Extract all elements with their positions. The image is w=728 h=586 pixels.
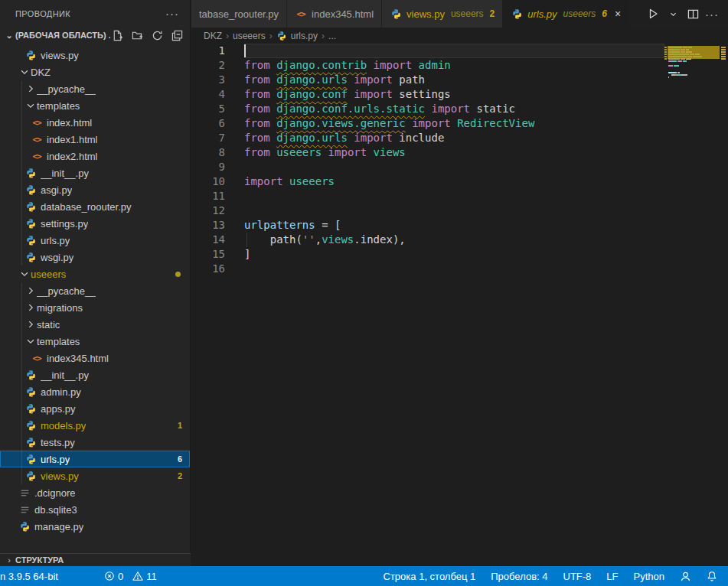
status-problems[interactable]: 011 (104, 571, 157, 582)
explorer-more-actions-icon[interactable]: ··· (165, 7, 179, 20)
tab-tabase_roouter.py[interactable]: tabase_roouter.py (191, 0, 287, 28)
tab-label: urls.py (527, 8, 557, 20)
minimap-warning-band (668, 46, 720, 59)
code-line: urlpatterns = [ (244, 218, 664, 233)
tree-item-tests.py[interactable]: tests.py (0, 434, 190, 451)
tree-item-label: useeers (31, 269, 66, 280)
overview-ruler[interactable] (720, 44, 728, 566)
code-line: path('',views.index), (244, 233, 664, 247)
tree-item-manage.py[interactable]: manage.py (0, 518, 190, 535)
code-line (244, 44, 664, 58)
tree-item-label: index345.html (47, 353, 109, 364)
tree-item-views.py[interactable]: views.py2 (0, 467, 190, 484)
run-button[interactable] (645, 7, 661, 21)
python-icon (24, 167, 37, 179)
status-text: Строка 1, столбец 1 (384, 571, 476, 582)
close-icon[interactable]: × (615, 8, 621, 19)
tree-item-label: wsgi.py (41, 252, 73, 263)
status-cursor-position[interactable]: Строка 1, столбец 1 (384, 571, 476, 582)
tree-item-static[interactable]: static (0, 316, 190, 333)
tree-item-label: index2.html (47, 151, 97, 162)
minimap-line (668, 65, 679, 67)
breadcrumb-item[interactable]: useeers (233, 31, 266, 41)
status-python-interpreter[interactable]: n 3.9.5 64-bit (0, 571, 58, 582)
status-text: UTF-8 (563, 571, 592, 582)
collapse-all-icon[interactable] (170, 28, 184, 42)
tree-item-__init__.py[interactable]: __init__.py (0, 366, 190, 383)
run-dropdown-icon[interactable] (665, 7, 681, 21)
status-feedback[interactable] (680, 571, 691, 582)
tree-item-index2.html[interactable]: <>index2.html (0, 148, 190, 164)
tree-item-index345.html[interactable]: <>index345.html (0, 350, 190, 366)
editor-actions: ··· (645, 0, 728, 28)
tree-item-.dcignore[interactable]: .dcignore (0, 484, 190, 501)
tree-item-settings.py[interactable]: settings.py (0, 215, 190, 232)
refresh-icon[interactable] (150, 28, 164, 42)
tree-item-useeers[interactable]: useeers (0, 265, 190, 282)
tree-item-views.py[interactable]: views.py (0, 47, 190, 63)
status-encoding[interactable]: UTF-8 (563, 571, 592, 582)
breadcrumb[interactable]: DKZ›useeers›urls.py›... (191, 28, 728, 44)
explorer-sidebar: ПРОВОДНИК ··· ⌄ (РАБОЧАЯ ОБЛАСТЬ) ... vi… (0, 0, 191, 566)
tab-urls.py[interactable]: urls.pyuseeers6× (503, 0, 629, 28)
tree-item-urls.py[interactable]: urls.py (0, 232, 190, 249)
tree-item-__pycache__[interactable]: __pycache__ (0, 80, 190, 97)
tree-item-label: views.py (41, 50, 79, 61)
problem-count-badge: 6 (178, 454, 182, 464)
status-notifications[interactable] (707, 571, 717, 581)
tree-item-label: urls.py (41, 235, 70, 246)
code-line: from django.conf import settings (244, 87, 664, 102)
python-icon (24, 436, 37, 448)
tree-item-urls.py[interactable]: urls.py6 (0, 451, 190, 467)
status-indentation[interactable]: Пробелов: 4 (491, 571, 547, 582)
tree-item-DKZ[interactable]: DKZ (0, 63, 190, 80)
split-editor-button[interactable] (685, 7, 700, 21)
python-icon (24, 251, 37, 263)
tree-item-index1.html[interactable]: <>index1.html (0, 131, 190, 148)
code-line: from django.urls import path (244, 73, 664, 87)
new-folder-icon[interactable] (130, 28, 144, 42)
python-icon (24, 470, 37, 482)
minimap[interactable] (664, 44, 720, 227)
code-line (244, 189, 664, 203)
tree-item-asgi.py[interactable]: asgi.py (0, 181, 190, 198)
tree-item-templates[interactable]: templates (0, 97, 190, 114)
tree-item-label: __init__.py (41, 168, 89, 179)
workspace-section-header[interactable]: ⌄ (РАБОЧАЯ ОБЛАСТЬ) ... (0, 27, 190, 44)
overview-warning-mark (721, 51, 726, 53)
new-file-icon[interactable] (110, 28, 124, 42)
editor-more-actions-icon[interactable]: ··· (705, 8, 719, 21)
breadcrumb-item[interactable]: ... (328, 31, 336, 41)
tree-item-apps.py[interactable]: apps.py (0, 400, 190, 417)
tree-item-models.py[interactable]: models.py1 (0, 417, 190, 434)
tree-item-__init__.py[interactable]: __init__.py (0, 164, 190, 181)
tab-problem-badge: 6 (602, 8, 607, 19)
tree-item-database_roouter.py[interactable]: database_roouter.py (0, 198, 190, 215)
status-text: 0 (118, 571, 123, 582)
breadcrumb-item[interactable]: DKZ (204, 31, 222, 41)
line-number: 7 (191, 131, 225, 145)
status-language-mode[interactable]: Python (634, 571, 664, 582)
tab-description: useeers (563, 8, 596, 19)
tree-item-wsgi.py[interactable]: wsgi.py (0, 249, 190, 265)
tree-item-templates[interactable]: templates (0, 333, 190, 350)
overview-warning-mark (721, 54, 726, 55)
tab-label: index345.html (312, 8, 374, 20)
code-editor[interactable]: 12345678910111213141516 from django.cont… (191, 44, 728, 566)
breadcrumb-item[interactable]: urls.py (291, 31, 318, 41)
tree-item-index.html[interactable]: <>index.html (0, 114, 190, 131)
tree-item-__pycache__[interactable]: __pycache__ (0, 282, 190, 299)
tree-item-migrations[interactable]: migrations (0, 299, 190, 316)
code-line: from django.conf.urls.static import stat… (244, 102, 664, 116)
code-lines[interactable]: from django.contrib import adminfrom dja… (244, 44, 664, 276)
tab-index345.html[interactable]: <>index345.html (287, 0, 382, 28)
outline-section-header[interactable]: › СТРУКТУРА (0, 553, 191, 566)
status-eol[interactable]: LF (606, 571, 618, 582)
tree-item-admin.py[interactable]: admin.py (0, 383, 190, 400)
tab-views.py[interactable]: views.pyuseeers2 (382, 0, 503, 28)
tree-item-label: db.sqlite3 (34, 504, 77, 516)
python-icon (24, 402, 37, 415)
html-icon: <> (295, 8, 307, 20)
python-icon (24, 369, 37, 381)
tree-item-db.sqlite3[interactable]: db.sqlite3 (0, 501, 190, 518)
